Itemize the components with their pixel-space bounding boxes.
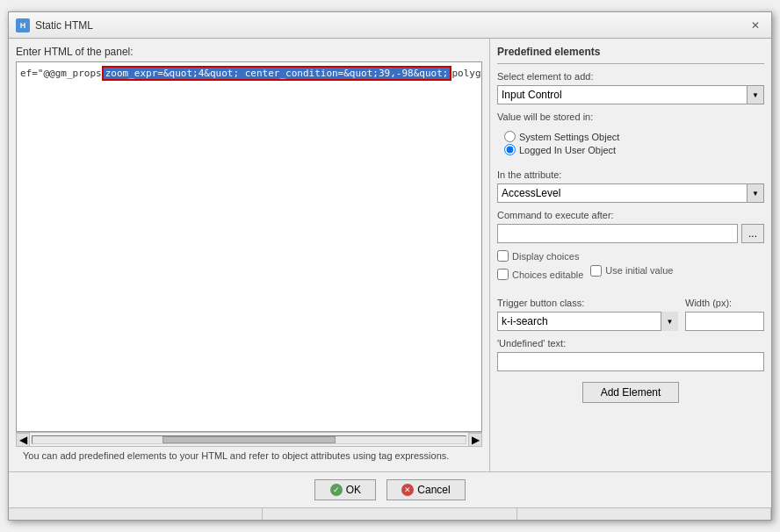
cancel-label: Cancel xyxy=(417,484,450,496)
status-segment-2 xyxy=(263,508,516,520)
width-input[interactable] xyxy=(685,312,764,331)
horizontal-scrollbar[interactable] xyxy=(32,435,466,444)
status-segment-3 xyxy=(517,508,771,520)
display-choices-checkbox[interactable] xyxy=(497,250,509,262)
status-segment-1 xyxy=(9,508,263,520)
element-select-row: Input Control Display Control Button Lin… xyxy=(497,85,764,104)
editor-label: Enter HTML of the panel: xyxy=(16,46,482,58)
dialog-title: Static HTML xyxy=(35,19,93,32)
dialog: H Static HTML ✕ Enter HTML of the panel:… xyxy=(8,11,772,521)
use-initial-row: Use initial value xyxy=(590,250,673,291)
scrollbar-area: ◀ ▶ xyxy=(16,432,482,446)
radio-system-item: System Settings Object xyxy=(504,131,757,142)
attribute-select[interactable]: AccessLevel UserName Email xyxy=(497,183,764,203)
display-choices-row: Display choices xyxy=(497,250,583,262)
choices-editable-checkbox[interactable] xyxy=(497,269,509,280)
use-initial-checkbox[interactable] xyxy=(590,265,602,277)
choices-editable-row: Choices editable xyxy=(497,269,583,280)
select-element-label: Select element to add: xyxy=(497,71,764,82)
undefined-label: 'Undefined' text: xyxy=(497,338,764,349)
radio-system[interactable] xyxy=(504,131,516,142)
undefined-section: 'Undefined' text: xyxy=(497,338,764,371)
radio-system-label: System Settings Object xyxy=(519,132,619,142)
command-browse-button[interactable]: ... xyxy=(741,224,764,243)
radio-logged[interactable] xyxy=(504,144,516,155)
dialog-footer: ✓ OK ✕ Cancel xyxy=(9,471,771,507)
trigger-select[interactable]: k-i-search k-i-zoom k-i-edit xyxy=(497,312,678,331)
editor-highlighted: zoom_expr=&quot;4&quot; center_condition… xyxy=(102,66,452,81)
width-label: Width (px): xyxy=(685,298,764,308)
ok-label: OK xyxy=(346,484,361,496)
element-select[interactable]: Input Control Display Control Button Lin… xyxy=(497,85,764,104)
ok-button[interactable]: ✓ OK xyxy=(314,479,376,500)
trigger-col: Trigger button class: k-i-search k-i-zoo… xyxy=(497,298,678,331)
left-panel: Enter HTML of the panel: ef="@@gm_propsz… xyxy=(9,39,490,471)
scroll-left-button[interactable]: ◀ xyxy=(16,433,30,447)
trigger-select-wrapper: k-i-search k-i-zoom k-i-edit ▼ xyxy=(497,312,678,331)
choices-editable-label: Choices editable xyxy=(512,270,583,280)
attribute-label: In the attribute: xyxy=(497,169,764,180)
command-row: ... xyxy=(497,224,764,243)
dialog-body: Enter HTML of the panel: ef="@@gm_propsz… xyxy=(9,39,771,471)
trigger-label: Trigger button class: xyxy=(497,298,678,308)
command-input[interactable] xyxy=(497,224,738,243)
editor-suffix: polygon_attr_na xyxy=(451,68,481,79)
left-checkboxes: Display choices Choices editable xyxy=(497,250,583,284)
undefined-input[interactable] xyxy=(497,352,764,371)
radio-logged-label: Logged In User Object xyxy=(519,145,616,155)
command-label: Command to execute after: xyxy=(497,210,764,220)
divider xyxy=(497,63,764,64)
close-button[interactable]: ✕ xyxy=(747,17,764,34)
editor-prefix: ef="@@gm_props xyxy=(20,68,102,79)
info-text: You can add predefined elements to your … xyxy=(16,446,482,464)
html-editor[interactable]: ef="@@gm_propszoom_expr=&quot;4&quot; ce… xyxy=(16,61,482,432)
checkboxes-row: Display choices Choices editable Use ini… xyxy=(497,250,764,291)
cancel-button[interactable]: ✕ Cancel xyxy=(386,479,465,500)
add-element-button[interactable]: Add Element xyxy=(582,382,680,403)
editor-content: ef="@@gm_propszoom_expr=&quot;4&quot; ce… xyxy=(20,66,481,81)
section-title: Predefined elements xyxy=(497,46,764,58)
dialog-icon: H xyxy=(16,18,30,32)
attribute-select-row: AccessLevel UserName Email ▼ xyxy=(497,183,764,203)
display-choices-label: Display choices xyxy=(512,251,579,262)
cancel-icon: ✕ xyxy=(401,484,414,496)
use-initial-label: Use initial value xyxy=(605,265,673,276)
title-bar: H Static HTML ✕ xyxy=(9,12,771,39)
trigger-section: Trigger button class: k-i-search k-i-zoo… xyxy=(497,298,764,331)
ok-icon: ✓ xyxy=(330,484,343,496)
right-panel: Predefined elements Select element to ad… xyxy=(490,39,771,471)
radio-group: System Settings Object Logged In User Ob… xyxy=(497,126,764,162)
value-stored-label: Value will be stored in: xyxy=(497,111,764,122)
element-select-wrapper: Input Control Display Control Button Lin… xyxy=(497,85,764,104)
radio-logged-item: Logged In User Object xyxy=(504,144,757,155)
attribute-select-wrapper: AccessLevel UserName Email ▼ xyxy=(497,183,764,203)
scroll-right-button[interactable]: ▶ xyxy=(468,433,482,447)
status-bar xyxy=(9,507,771,520)
width-col: Width (px): xyxy=(685,298,764,331)
